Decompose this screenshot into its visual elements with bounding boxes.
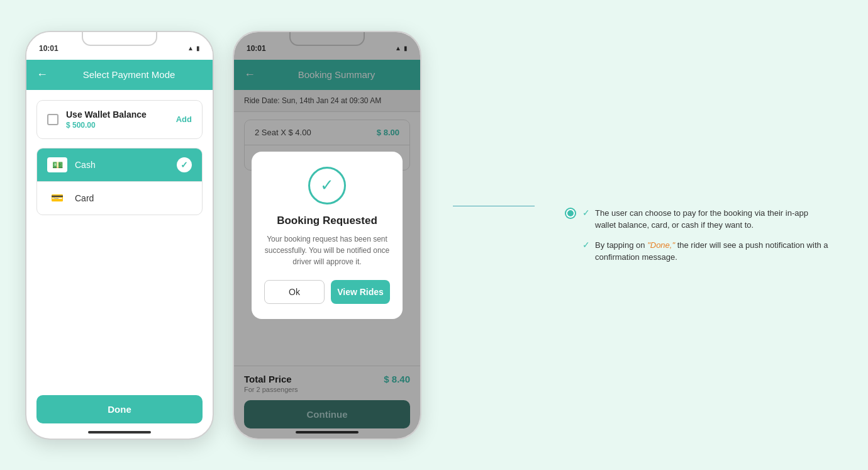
highlight-done: "Done," [647,240,675,250]
wallet-balance: $ 500.00 [66,121,176,130]
wallet-info: Use Wallet Balance $ 500.00 [66,109,176,130]
home-indicator [88,431,151,434]
modal-overlay: ✓ Booking Requested Your booking request… [234,32,420,439]
annotation-item-1: ✓ The user can choose to pay for the boo… [582,207,830,232]
done-button[interactable]: Done [36,395,203,423]
phone1-title: Select Payment Mode [55,69,203,80]
wallet-label: Use Wallet Balance [66,109,176,120]
cash-selected-check: ✓ [177,157,192,172]
battery-icon: ▮ [196,45,200,52]
modal-buttons: Ok View Rides [264,280,390,304]
wallet-balance-card: Use Wallet Balance $ 500.00 Add [36,100,203,139]
ok-button[interactable]: Ok [264,280,325,304]
modal-text: Your booking request has been sent succe… [264,233,390,267]
check-icon-annotation-1: ✓ [582,208,590,218]
cash-label: Cash [75,160,177,170]
back-arrow-icon[interactable]: ← [36,68,48,81]
annotation-item-2: ✓ By tapping on "Done," the rider will s… [582,239,830,264]
phone1-status-icons: ▲ ▮ [187,45,200,52]
phone-1: 10:01 ▲ ▮ ← Select Payment Mode Use Wall… [25,31,214,440]
booking-requested-modal: ✓ Booking Requested Your booking request… [252,152,403,319]
annotation-group: ✓ The user can choose to pay for the boo… [566,207,830,264]
card-icon: 💳 [47,191,67,206]
card-option[interactable]: 💳 Card [37,182,202,215]
wallet-add-button[interactable]: Add [176,115,192,124]
modal-title: Booking Requested [264,215,390,227]
phone1-header: ← Select Payment Mode [26,60,213,90]
check-icon-annotation-2: ✓ [582,240,590,250]
annotation-text-2: By tapping on "Done," the rider will see… [595,239,830,264]
cash-icon: 💵 [47,157,67,172]
wifi-icon: ▲ [187,45,194,52]
annotation-text-1: The user can choose to pay for the booki… [595,207,830,232]
cash-option[interactable]: 💵 Cash ✓ [37,148,202,182]
connector-line [453,206,535,206]
card-label: Card [75,193,192,203]
view-rides-button[interactable]: View Rides [331,280,390,304]
payment-options-group: 💵 Cash ✓ 💳 Card [36,148,203,215]
phone1-time: 10:01 [39,44,58,53]
dot-connector [566,207,575,218]
wallet-checkbox[interactable] [47,114,58,125]
annotation-area: ✓ The user can choose to pay for the boo… [566,207,830,264]
annotation-dot [566,209,575,218]
notch [82,32,157,46]
success-check-icon: ✓ [308,167,346,204]
annotation-items: ✓ The user can choose to pay for the boo… [582,207,830,264]
phone1-status-bar: 10:01 ▲ ▮ [26,32,213,60]
phone-2: 10:01 ▲ ▮ ← Booking Summary Ride Date: S… [233,31,421,440]
